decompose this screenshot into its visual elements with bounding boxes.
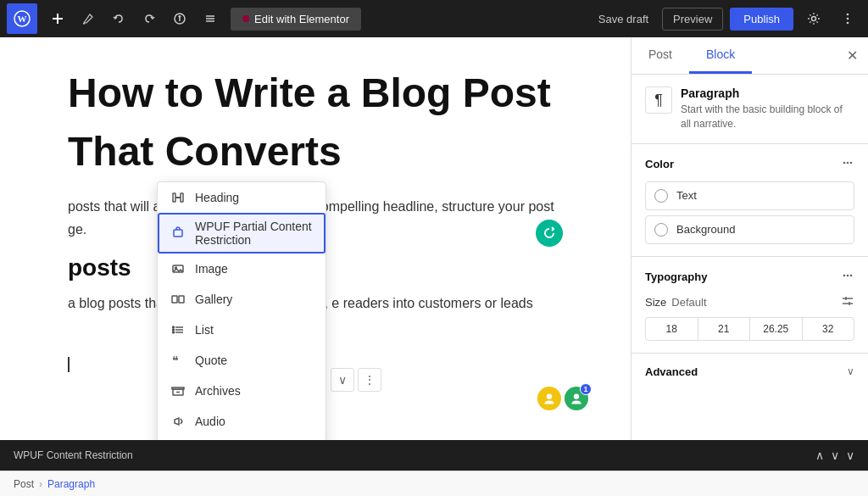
audio-icon xyxy=(170,413,186,430)
block-menu-item-gallery[interactable]: Gallery xyxy=(158,284,326,315)
undo-button[interactable] xyxy=(105,5,132,32)
svg-rect-13 xyxy=(181,193,183,202)
chevron-down-icon: ∨ xyxy=(847,365,854,377)
color-options: Text Background xyxy=(645,181,854,244)
nav-down-button[interactable]: ∨ xyxy=(831,449,839,462)
list-view-button[interactable] xyxy=(197,5,224,32)
move-down-button[interactable]: ∨ xyxy=(331,368,354,392)
main-layout: How to Write a Blog Post That Converts H… xyxy=(0,37,868,440)
color-option-background[interactable]: Background xyxy=(645,215,854,244)
block-menu-item-buttons[interactable]: Buttons xyxy=(158,437,326,440)
svg-point-24 xyxy=(173,329,175,331)
elementor-dot xyxy=(242,15,249,22)
paragraph-block-icon: ¶ xyxy=(645,86,672,114)
brush-button[interactable] xyxy=(75,5,102,32)
image-icon xyxy=(170,260,186,277)
svg-line-29 xyxy=(181,419,182,421)
breadcrumb-bar: Post › Paragraph xyxy=(0,471,868,496)
size-btn-2625[interactable]: 26.25 xyxy=(750,318,803,340)
nav-up-button[interactable]: ∧ xyxy=(815,449,824,462)
block-menu-item-audio[interactable]: Audio xyxy=(158,406,326,437)
tab-post[interactable]: Post xyxy=(632,37,689,74)
size-btn-21[interactable]: 21 xyxy=(698,318,751,340)
advanced-header[interactable]: Advanced ∨ xyxy=(645,365,854,378)
svg-rect-19 xyxy=(179,296,184,303)
svg-rect-15 xyxy=(174,230,182,237)
block-menu-item-wpuf[interactable]: WPUF Partial Content Restriction xyxy=(158,213,326,254)
heading-icon xyxy=(170,189,186,206)
color-text-label: Text xyxy=(676,189,697,202)
breadcrumb-paragraph[interactable]: Paragraph xyxy=(47,478,95,490)
editor-area[interactable]: How to Write a Blog Post That Converts H… xyxy=(0,37,631,440)
svg-point-39 xyxy=(847,274,849,276)
color-option-text[interactable]: Text xyxy=(645,181,854,210)
block-menu-item-quote[interactable]: ❝ Quote xyxy=(158,345,326,376)
redo-button[interactable] xyxy=(136,5,163,32)
size-buttons-group: 18 21 26.25 32 xyxy=(645,317,854,341)
block-name: Paragraph xyxy=(681,86,854,100)
svg-point-36 xyxy=(847,161,849,164)
green-refresh-icon[interactable] xyxy=(536,220,563,247)
svg-point-23 xyxy=(173,326,175,328)
advanced-section: Advanced ∨ xyxy=(632,354,868,390)
preview-button[interactable]: Preview xyxy=(662,8,723,31)
svg-rect-12 xyxy=(173,193,175,202)
collaborator-avatars: 1 xyxy=(537,387,588,410)
bottom-bar-right: ∧ ∨ ∨ xyxy=(815,449,854,462)
wp-logo[interactable]: W xyxy=(7,3,37,34)
audio-label: Audio xyxy=(195,415,225,428)
block-menu-item-archives[interactable]: Archives xyxy=(158,376,326,406)
block-inline-controls: ∨ ⋮ xyxy=(331,368,381,392)
svg-point-8 xyxy=(812,17,816,21)
info-button[interactable] xyxy=(166,5,193,32)
post-title-line2: That Converts xyxy=(68,130,563,175)
color-more-button[interactable] xyxy=(841,156,854,173)
svg-point-25 xyxy=(173,332,175,333)
tab-block[interactable]: Block xyxy=(689,37,752,74)
color-section-header: Color xyxy=(645,156,854,173)
notification-badge: 1 xyxy=(580,383,592,395)
svg-rect-14 xyxy=(175,197,181,198)
block-menu-item-heading[interactable]: Heading xyxy=(158,182,326,213)
typography-size-row: Size Default xyxy=(645,294,854,310)
block-options-button[interactable]: ⋮ xyxy=(358,368,381,392)
svg-point-11 xyxy=(847,22,849,25)
block-info: ¶ Paragraph Start with the basic buildin… xyxy=(632,75,868,144)
avatar-user-1 xyxy=(537,387,561,410)
save-draft-button[interactable]: Save draft xyxy=(592,8,655,31)
toolbar-right: Save draft Preview Publish xyxy=(592,5,861,32)
quote-icon: ❝ xyxy=(170,352,186,369)
color-section-title: Color xyxy=(645,158,674,170)
image-label: Image xyxy=(195,262,228,276)
svg-text:W: W xyxy=(18,14,27,24)
sidebar-close-button[interactable]: ✕ xyxy=(847,47,858,64)
typography-more-button[interactable] xyxy=(841,269,854,286)
size-settings-button[interactable] xyxy=(841,294,854,310)
block-info-text: Paragraph Start with the basic building … xyxy=(681,86,854,131)
svg-point-4 xyxy=(179,16,181,18)
publish-button[interactable]: Publish xyxy=(730,8,793,31)
block-menu-item-list[interactable]: List xyxy=(158,315,326,345)
svg-point-9 xyxy=(847,14,849,16)
edit-with-elementor-button[interactable]: Edit with Elementor xyxy=(231,8,361,31)
size-btn-32[interactable]: 32 xyxy=(803,318,854,340)
svg-point-40 xyxy=(850,274,853,276)
nav-more-button[interactable]: ∨ xyxy=(846,449,854,462)
color-radio-text xyxy=(654,189,668,203)
size-btn-18[interactable]: 18 xyxy=(646,318,698,340)
block-menu-item-image[interactable]: Image xyxy=(158,254,326,284)
svg-point-37 xyxy=(850,161,853,164)
block-desc: Start with the basic building block of a… xyxy=(681,103,854,131)
archives-icon xyxy=(170,382,186,399)
text-cursor xyxy=(68,357,70,372)
typography-section: Typography Size Default 18 21 26.25 32 xyxy=(632,257,868,354)
breadcrumb-post[interactable]: Post xyxy=(14,478,34,490)
color-background-label: Background xyxy=(676,223,735,236)
archives-label: Archives xyxy=(195,384,241,398)
color-section: Color Text Background xyxy=(632,144,868,257)
wpuf-label: WPUF Partial Content Restriction xyxy=(195,220,314,247)
settings-button[interactable] xyxy=(800,5,827,32)
more-options-button[interactable] xyxy=(834,5,861,32)
add-block-button[interactable] xyxy=(44,5,71,32)
top-toolbar: W Edit with Elementor Save draft Preview… xyxy=(0,0,868,37)
